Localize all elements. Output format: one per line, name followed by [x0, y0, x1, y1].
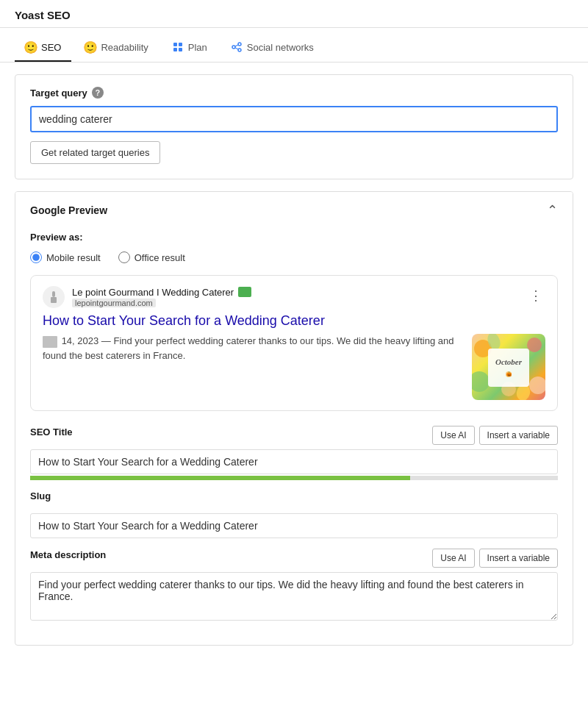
main-content: Target query ? Get related target querie… — [0, 63, 588, 669]
site-favicon — [43, 286, 65, 308]
site-name: Le point Gourmand I Wedding Caterer — [72, 287, 251, 298]
meta-description-input[interactable]: Find your perfect wedding caterer thanks… — [30, 572, 558, 621]
site-name-block: Le point Gourmand I Wedding Caterer lepo… — [72, 287, 251, 308]
chevron-up-icon: ⌃ — [547, 202, 558, 218]
office-radio[interactable] — [118, 251, 130, 263]
seo-title-use-ai-button[interactable]: Use AI — [432, 426, 474, 445]
grid-icon — [172, 41, 184, 53]
seo-title-label: SEO Title — [30, 426, 73, 438]
office-result-option[interactable]: Office result — [118, 251, 185, 263]
site-url: lepointgourmand.com — [72, 298, 251, 308]
share-icon — [231, 41, 243, 53]
mobile-radio[interactable] — [30, 251, 42, 263]
tab-social[interactable]: Social networks — [220, 34, 324, 62]
tab-plan-label: Plan — [188, 42, 207, 53]
tab-readability-label: Readability — [101, 42, 148, 53]
site-url-badge: lepointgourmand.com — [72, 299, 156, 307]
svg-rect-10 — [51, 297, 57, 303]
tab-readability[interactable]: 🙂 Readability — [74, 34, 158, 62]
slug-field: Slug — [30, 490, 558, 538]
seo-title-input[interactable] — [30, 449, 558, 474]
meta-description-actions: Use AI Insert a variable — [432, 549, 558, 568]
svg-rect-1 — [179, 43, 182, 46]
svg-rect-18 — [488, 349, 529, 387]
app-header: Yoast SEO — [0, 0, 588, 28]
smiley-icon: 🙂 — [25, 41, 37, 53]
svg-point-12 — [527, 338, 542, 352]
google-preview-card: Google Preview ⌃ Preview as: Mobile resu… — [15, 191, 573, 646]
site-info: Le point Gourmand I Wedding Caterer lepo… — [43, 286, 251, 308]
seo-title-field: SEO Title Use AI Insert a variable — [30, 426, 558, 480]
readability-icon: 🙂 — [85, 41, 96, 53]
seo-title-progress-fill — [30, 476, 410, 480]
seo-title-actions: Use AI Insert a variable — [432, 426, 558, 445]
svg-line-7 — [235, 45, 238, 46]
mobile-result-option[interactable]: Mobile result — [30, 251, 101, 263]
svg-rect-0 — [173, 43, 177, 46]
slug-label: Slug — [30, 490, 51, 501]
meta-insert-variable-button[interactable]: Insert a variable — [479, 549, 558, 568]
help-icon[interactable]: ? — [92, 87, 104, 99]
svg-rect-3 — [179, 48, 182, 51]
tab-social-label: Social networks — [247, 42, 314, 53]
slug-header: Slug — [30, 490, 558, 509]
svg-text:🎃: 🎃 — [506, 371, 512, 377]
google-snippet-area: 14, 2023 — Find your perfect wedding cat… — [43, 334, 545, 400]
google-card-header: Le point Gourmand I Wedding Caterer lepo… — [43, 286, 545, 308]
google-snippet: 14, 2023 — Find your perfect wedding cat… — [43, 334, 463, 363]
form-fields: SEO Title Use AI Insert a variable Slug — [15, 426, 573, 645]
tab-seo[interactable]: 🙂 SEO — [15, 34, 71, 62]
svg-rect-2 — [173, 48, 177, 51]
preview-options: Mobile result Office result — [15, 249, 573, 275]
svg-point-4 — [238, 43, 241, 46]
slug-input[interactable] — [30, 513, 558, 538]
svg-point-5 — [232, 46, 235, 49]
svg-rect-9 — [52, 291, 55, 297]
tabs-bar: 🙂 SEO 🙂 Readability Plan Social — [0, 34, 588, 63]
google-preview-header[interactable]: Google Preview ⌃ — [15, 192, 573, 229]
target-query-section: Target query ? Get related target querie… — [15, 75, 573, 179]
meta-description-header: Meta description Use AI Insert a variabl… — [30, 549, 558, 568]
seo-title-header: SEO Title Use AI Insert a variable — [30, 426, 558, 445]
target-query-label: Target query ? — [30, 87, 558, 99]
get-related-queries-button[interactable]: Get related target queries — [30, 141, 160, 164]
site-name-badge — [238, 287, 251, 297]
snippet-date-icon — [43, 336, 57, 348]
preview-as-label: Preview as: — [15, 229, 573, 249]
google-card-preview: Le point Gourmand I Wedding Caterer lepo… — [30, 275, 558, 411]
svg-point-14 — [529, 376, 545, 394]
seo-title-insert-variable-button[interactable]: Insert a variable — [479, 426, 558, 445]
meta-description-field: Meta description Use AI Insert a variabl… — [30, 549, 558, 623]
google-result-title[interactable]: How to Start Your Search for a Wedding C… — [43, 313, 545, 329]
meta-use-ai-button[interactable]: Use AI — [432, 549, 474, 568]
svg-point-13 — [472, 371, 490, 392]
more-options-icon[interactable]: ⋮ — [526, 286, 545, 305]
svg-point-6 — [238, 49, 241, 51]
google-preview-title: Google Preview — [30, 204, 107, 216]
target-query-input[interactable] — [30, 106, 558, 132]
target-query-card: Target query ? Get related target querie… — [15, 74, 573, 179]
svg-line-8 — [235, 48, 238, 49]
tab-seo-label: SEO — [41, 42, 61, 53]
meta-description-label: Meta description — [30, 549, 106, 560]
app-title: Yoast SEO — [15, 9, 71, 21]
seo-title-progress-bar — [30, 476, 558, 480]
tab-plan[interactable]: Plan — [162, 34, 218, 62]
google-thumbnail: October 🎃 — [472, 334, 545, 400]
svg-text:October: October — [495, 357, 523, 366]
